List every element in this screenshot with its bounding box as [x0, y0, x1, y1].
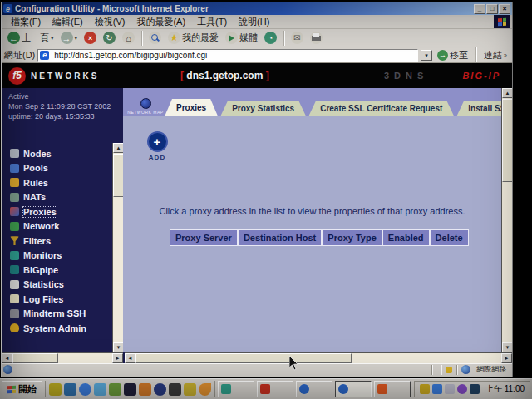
column-enabled[interactable]: Enabled — [382, 229, 430, 246]
network-map-globe-icon — [140, 98, 151, 109]
scroll-left-icon[interactable]: ◄ — [125, 353, 135, 363]
main-hscroll-thumb[interactable] — [135, 353, 352, 363]
go-button[interactable]: → 移至 — [435, 47, 470, 63]
network-map-button[interactable]: NETWORK MAP — [126, 91, 165, 116]
back-dropdown-icon[interactable]: ▾ — [51, 35, 54, 42]
links-button[interactable]: 連結 » — [481, 47, 510, 63]
menu-edit[interactable]: 編輯(E) — [47, 16, 89, 28]
column-proxy-server[interactable]: Proxy Server — [170, 229, 238, 246]
forward-button[interactable]: → ▾ — [58, 30, 81, 46]
scroll-right-icon[interactable]: ► — [501, 353, 512, 363]
sidebar-item-bigpipe[interactable]: BIGpipe — [10, 263, 86, 278]
menu-tools[interactable]: 工具(T) — [191, 16, 233, 28]
sidebar-item-statistics[interactable]: Statistics — [10, 278, 86, 293]
3dns-watermark: 3DNS — [384, 71, 428, 81]
forward-dropdown-icon[interactable]: ▾ — [75, 35, 78, 42]
f5-site-header: f5 NETWORKS [ dns1.getop.com ] 3DNS BIG-… — [2, 63, 512, 88]
quicklaunch-icon[interactable] — [94, 383, 106, 396]
menu-help[interactable]: 說明(H) — [233, 16, 275, 28]
favorites-button[interactable]: 我的最愛 — [165, 30, 221, 46]
links-chevron-icon: » — [504, 52, 507, 58]
sidebar-hscroll-thumb[interactable] — [12, 353, 58, 363]
add-proxy-button[interactable]: + ADD — [138, 131, 176, 161]
minimize-button[interactable]: _ — [474, 4, 485, 14]
main-scroll-thumb[interactable] — [502, 99, 512, 182]
back-button[interactable]: ← 上一頁 ▾ — [5, 30, 57, 46]
quicklaunch-icon[interactable] — [184, 383, 196, 396]
sidebar-item-mindterm-ssh[interactable]: Mindterm SSH — [10, 307, 86, 322]
tray-icon[interactable] — [420, 384, 430, 394]
quicklaunch-icon[interactable] — [199, 383, 211, 396]
quicklaunch-icon[interactable] — [124, 383, 136, 396]
tray-icon[interactable] — [432, 384, 442, 394]
quicklaunch-icon[interactable] — [49, 383, 62, 396]
stop-button[interactable]: × — [81, 30, 99, 46]
taskbar-window-button[interactable] — [296, 381, 332, 397]
home-button[interactable]: ⌂ — [120, 30, 137, 46]
quicklaunch-icon[interactable] — [109, 383, 121, 396]
refresh-button[interactable]: ↻ — [101, 30, 118, 46]
print-button[interactable] — [308, 30, 325, 46]
column-destination-host[interactable]: Destination Host — [238, 229, 322, 246]
history-button[interactable]: ◔ — [262, 30, 279, 46]
main-horizontal-scrollbar[interactable]: ◄ ► — [125, 352, 512, 363]
menu-file[interactable]: 檔案(F) — [5, 16, 47, 28]
media-button[interactable]: 媒體 — [223, 30, 260, 46]
sidebar-item-pools[interactable]: Pools — [10, 161, 86, 176]
sidebar-item-monitors[interactable]: Monitors — [10, 249, 86, 264]
sidebar-item-network[interactable]: Network — [10, 219, 86, 234]
print-icon — [310, 32, 323, 44]
menu-bar: 檔案(F) 編輯(E) 檢視(V) 我的最愛(A) 工具(T) 說明(H) — [2, 15, 512, 29]
tab-create-ssl-certificate-request[interactable]: Create SSL Certificate Request — [308, 101, 454, 116]
quicklaunch-icon[interactable] — [139, 383, 151, 396]
menu-view[interactable]: 檢視(V) — [89, 16, 131, 28]
taskbar-window-button-active[interactable] — [335, 381, 372, 397]
column-proxy-type[interactable]: Proxy Type — [322, 229, 382, 246]
quicklaunch-icon[interactable] — [154, 383, 166, 396]
scroll-left-icon[interactable]: ◄ — [2, 353, 12, 363]
sidebar-item-nodes[interactable]: Nodes — [10, 146, 86, 161]
search-button[interactable] — [146, 30, 164, 46]
title-bar[interactable]: e Configuration Utility - Microsoft Inte… — [2, 2, 512, 15]
tab-proxies[interactable]: Proxies — [165, 99, 218, 116]
column-delete[interactable]: Delete — [430, 229, 469, 246]
address-dropdown-icon[interactable]: ▾ — [421, 50, 432, 61]
navigation-sidebar: Active Mon Sep 2 11:09:28 CST 2002 uptim… — [2, 88, 123, 352]
taskbar-window-button[interactable] — [257, 381, 293, 397]
quicklaunch-icon[interactable] — [64, 383, 76, 396]
taskbar-window-button[interactable] — [374, 381, 411, 397]
add-label: ADD — [138, 154, 176, 161]
restore-button[interactable]: □ — [486, 4, 498, 14]
taskbar: 開始 上午 11:00 — [0, 378, 532, 399]
sidebar-item-rules[interactable]: Rules — [10, 175, 86, 190]
toolbar-separator — [475, 47, 476, 62]
scroll-down-icon[interactable]: ▼ — [502, 342, 512, 352]
address-input[interactable]: e http://dns1.getop.com/bigipgui/bigconf… — [37, 49, 418, 62]
sidebar-item-log-files[interactable]: Log Files — [10, 292, 86, 307]
main-vertical-scrollbar[interactable]: ▲ ▼ — [501, 88, 512, 352]
tray-icon[interactable] — [457, 384, 467, 394]
tray-icon[interactable] — [445, 384, 455, 394]
sidebar-item-proxies[interactable]: Proxies — [10, 204, 86, 219]
tray-icon[interactable] — [470, 384, 480, 394]
scroll-right-icon[interactable]: ► — [112, 353, 123, 363]
close-button[interactable]: × — [499, 4, 510, 14]
mail-button[interactable]: ✉ — [288, 30, 306, 46]
start-button[interactable]: 開始 — [2, 381, 42, 397]
menu-favorites[interactable]: 我的最愛(A) — [131, 16, 191, 28]
toolbar-separator — [141, 31, 142, 46]
sidebar-item-system-admin[interactable]: System Admin — [10, 321, 86, 336]
quicklaunch-icon[interactable] — [79, 383, 91, 396]
sidebar-item-filters[interactable]: Filters — [10, 234, 86, 249]
quicklaunch-icon[interactable] — [169, 383, 181, 396]
sidebar-vertical-scrollbar[interactable]: ▲ ▼ — [112, 143, 123, 352]
tab-proxy-statistics[interactable]: Proxy Statistics — [220, 101, 306, 116]
taskbar-clock: 上午 11:00 — [485, 383, 525, 395]
scroll-up-icon[interactable]: ▲ — [502, 88, 512, 98]
pools-icon — [10, 164, 19, 173]
start-label: 開始 — [18, 383, 37, 396]
taskbar-window-button[interactable] — [218, 381, 254, 397]
sidebar-horizontal-scrollbar[interactable]: ◄ ► — [2, 352, 123, 363]
sidebar-item-nats[interactable]: NATs — [10, 190, 86, 205]
media-play-icon — [225, 32, 238, 44]
